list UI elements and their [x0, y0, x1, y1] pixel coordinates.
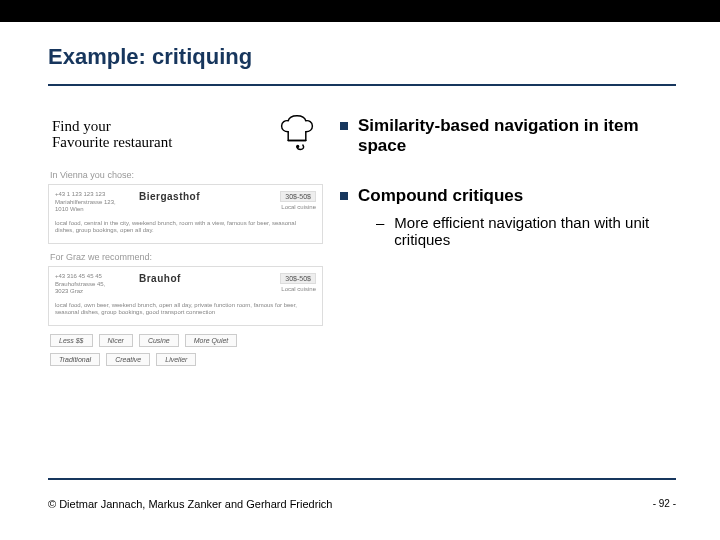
tagline-line2: Favourite restaurant: [52, 135, 172, 151]
bullet-compound: Compound critiques – More efficient navi…: [340, 186, 680, 248]
graz-name: Brauhof: [139, 273, 248, 284]
critique-chips-row2: Traditional Creative Livelier: [50, 353, 321, 366]
vienna-cuisine: Local cuisine: [254, 204, 316, 210]
chip-traditional[interactable]: Traditional: [50, 353, 100, 366]
graz-price: 30$-50$: [280, 273, 316, 284]
copyright-footer: © Dietmar Jannach, Markus Zanker and Ger…: [48, 498, 332, 510]
bullet-similarity: Similarity-based navigation in item spac…: [340, 116, 680, 156]
chef-icon: [275, 114, 319, 156]
page-number: - 92 -: [653, 498, 676, 509]
chip-cuisine[interactable]: Cusine: [139, 334, 179, 347]
bullet-similarity-text: Similarity-based navigation in item spac…: [358, 116, 680, 156]
graz-section-label: For Graz we recommend:: [50, 252, 323, 262]
restaurant-example: Find your Favourite restaurant In Vienna…: [48, 108, 323, 366]
vienna-phone: +43 1 123 123 123: [55, 191, 133, 199]
bullet-compound-text: Compound critiques: [358, 186, 680, 206]
example-tagline: Find your Favourite restaurant: [52, 119, 172, 151]
square-bullet-icon: [340, 122, 348, 130]
graz-phone: +43 316 45 45 45: [55, 273, 133, 281]
chip-creative[interactable]: Creative: [106, 353, 150, 366]
sub-bullet-text: More efficient navigation than with unit…: [394, 214, 680, 248]
vienna-desc: local food, central in the city, weekend…: [49, 216, 322, 244]
vienna-price-col: 30$-50$ Local cuisine: [254, 191, 316, 210]
vienna-section-label: In Vienna you chose:: [50, 170, 323, 180]
divider-bottom: [48, 478, 676, 480]
chip-less-money[interactable]: Less $$: [50, 334, 93, 347]
vienna-price: 30$-50$: [280, 191, 316, 202]
top-black-bar: [0, 0, 720, 22]
vienna-city: 1010 Wien: [55, 206, 133, 214]
chip-livelier[interactable]: Livelier: [156, 353, 196, 366]
vienna-name: Biergasthof: [139, 191, 248, 202]
chip-more-quiet[interactable]: More Quiet: [185, 334, 238, 347]
sub-bullet-efficiency: – More efficient navigation than with un…: [376, 214, 680, 248]
bullet-column: Similarity-based navigation in item spac…: [340, 116, 680, 278]
graz-address: +43 316 45 45 45 Brauhofstrasse 45, 3023…: [55, 273, 133, 296]
graz-cuisine: Local cuisine: [254, 286, 316, 292]
graz-card: +43 316 45 45 45 Brauhofstrasse 45, 3023…: [48, 266, 323, 326]
dash-bullet-icon: –: [376, 214, 384, 248]
vienna-card: +43 1 123 123 123 Mariahilferstrasse 123…: [48, 184, 323, 244]
vienna-street: Mariahilferstrasse 123,: [55, 199, 133, 207]
graz-street: Brauhofstrasse 45,: [55, 281, 133, 289]
critique-chips-row1: Less $$ Nicer Cusine More Quiet: [50, 334, 321, 347]
graz-city: 3023 Graz: [55, 288, 133, 296]
svg-point-0: [297, 146, 299, 148]
tagline-line1: Find your: [52, 119, 172, 135]
example-header: Find your Favourite restaurant: [48, 108, 323, 166]
slide: Example: critiquing Find your Favourite …: [0, 0, 720, 540]
divider-top: [48, 84, 676, 86]
chip-nicer[interactable]: Nicer: [99, 334, 133, 347]
square-bullet-icon: [340, 192, 348, 200]
vienna-address: +43 1 123 123 123 Mariahilferstrasse 123…: [55, 191, 133, 214]
graz-desc: local food, own beer, weekend brunch, op…: [49, 298, 322, 326]
graz-price-col: 30$-50$ Local cuisine: [254, 273, 316, 292]
slide-title: Example: critiquing: [48, 44, 252, 70]
